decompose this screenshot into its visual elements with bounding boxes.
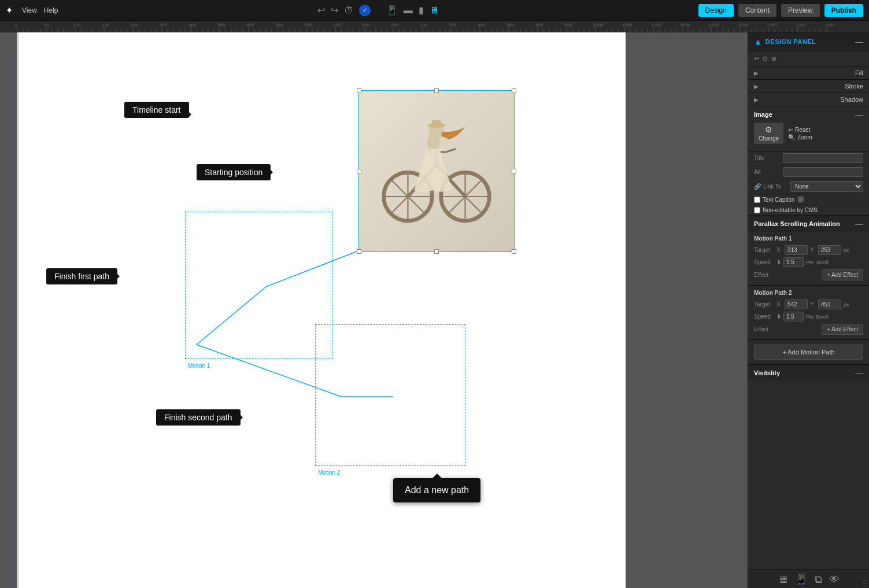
handle-tr[interactable] [512, 88, 516, 93]
mp1-x-input[interactable] [785, 245, 808, 255]
guide-left [18, 32, 19, 588]
visibility-collapse-button[interactable]: — [855, 368, 863, 378]
resize-handle-icon: ⣿ [863, 579, 867, 586]
preview-mode-button[interactable]: Preview [781, 4, 820, 17]
motion-path-2-effect-row: Effect + Add Effect [754, 323, 863, 336]
per-scroll-1-label: Per Scroll [806, 260, 829, 265]
mp2-speed-input[interactable] [783, 312, 804, 321]
motion-box-1[interactable]: Motion 1 [185, 212, 332, 359]
panel-header: ▲ DESIGN PANEL — [748, 32, 869, 51]
motion-box-2[interactable]: Motion 2 [315, 324, 465, 466]
motion-path-2-speed-row: Speed ⬍ Per Scroll [754, 310, 863, 323]
handle-tl[interactable] [357, 88, 361, 93]
content-mode-button[interactable]: Content [738, 4, 776, 17]
device-tablet-h-icon[interactable]: ▬ [404, 5, 413, 16]
eye-icon[interactable]: 👁 [829, 574, 840, 586]
parallax-section: Parallax Scrolling Animation — Motion Pa… [748, 216, 869, 365]
target-1-label: Target [754, 247, 774, 253]
panel-icon-2[interactable]: ⊙ [763, 55, 768, 62]
handle-br[interactable] [512, 249, 516, 254]
mp2-y-input[interactable] [818, 299, 841, 309]
change-image-button[interactable]: ⚙ Change [754, 123, 783, 144]
finish-second-bubble: Finish second path [156, 409, 241, 426]
zoom-action[interactable]: 🔍 Zoom [788, 134, 812, 140]
y-1-label: Y [810, 247, 816, 253]
stroke-label: Stroke [845, 83, 863, 90]
link-icon: 🔗 [754, 183, 761, 190]
handle-tm[interactable] [434, 88, 439, 93]
annotation-timeline-start: Timeline start [124, 102, 189, 118]
zoom-icon: 🔍 [788, 134, 795, 140]
panel-logo-icon: ▲ [754, 37, 762, 46]
menu-view[interactable]: View [22, 6, 37, 14]
y-2-label: Y [810, 301, 816, 308]
image-section: Image — ⚙ Change ↩ Reset 🔍 Zoom [748, 106, 869, 151]
motion-path-1-section: Motion Path 1 Target X Y px Speed ⬍ Per … [748, 232, 869, 286]
parallax-collapse-button[interactable]: — [855, 219, 863, 228]
link-to-select[interactable]: None [790, 181, 863, 192]
design-mode-button[interactable]: Design [698, 4, 734, 17]
canvas-image[interactable] [358, 90, 515, 252]
mp1-y-input[interactable] [818, 245, 841, 255]
reset-action[interactable]: ↩ Reset [788, 127, 812, 133]
reset-icon: ↩ [788, 127, 793, 133]
handle-bl[interactable] [357, 249, 361, 254]
starting-position-bubble: Starting position [197, 164, 271, 180]
motion-path-1-speed-row: Speed ⬍ Per Scroll [754, 256, 863, 268]
handle-ml[interactable] [357, 169, 361, 173]
motion-path-1-target-row: Target X Y px [754, 244, 863, 256]
non-editable-checkbox[interactable] [754, 207, 760, 213]
tooltip-arrow [432, 474, 442, 478]
speed-2-label: Speed [754, 313, 774, 320]
title-row: Title [748, 151, 869, 165]
handle-bm[interactable] [434, 249, 439, 254]
history-icon[interactable]: ⏱ [344, 5, 353, 16]
text-caption-row: Text Caption ? [748, 194, 869, 205]
text-caption-checkbox[interactable] [754, 197, 760, 203]
add-motion-path-button[interactable]: + Add Motion Path [754, 345, 863, 360]
add-effect-2-button[interactable]: + Add Effect [822, 324, 863, 335]
per-scroll-2-label: Per Scroll [806, 314, 829, 320]
topbar: ✦ View Help ↩ ↪ ⏱ ✓ 📱 ▬ ▮ 🖥 Design Conte… [0, 0, 869, 21]
non-editable-row: Non-editable by CMS [748, 205, 869, 216]
device-desktop-icon[interactable]: 🖥 [430, 5, 439, 16]
image-controls: ⚙ Change ↩ Reset 🔍 Zoom [754, 123, 863, 144]
effect-1-label: Effect [754, 272, 768, 278]
alt-row: Alt [748, 165, 869, 179]
stroke-section[interactable]: ▶ Stroke [748, 80, 869, 93]
effect-2-label: Effect [754, 326, 768, 332]
alt-input[interactable] [783, 167, 863, 177]
title-label: Title [754, 155, 783, 161]
menu-help[interactable]: Help [44, 6, 58, 14]
speed-1-label: Speed [754, 259, 774, 265]
desktop-view-icon[interactable]: 🖥 [778, 574, 788, 586]
panel-icon-3[interactable]: ⊕ [771, 55, 776, 62]
layer-icon[interactable]: ⧉ [815, 574, 822, 586]
motion-path-1-effect-row: Effect + Add Effect [754, 268, 863, 282]
motion1-label: Motion 1 [188, 363, 210, 369]
image-collapse-button[interactable]: — [855, 110, 863, 119]
panel-top-icons: ↩ ⊙ ⊕ [748, 51, 869, 66]
panel-title: DESIGN PANEL [766, 38, 816, 45]
annotation-finish-first: Finish first path [46, 268, 117, 284]
mobile-view-icon[interactable]: 📱 [795, 573, 808, 586]
x-2-label: X [776, 301, 782, 308]
panel-icon-1[interactable]: ↩ [754, 55, 759, 62]
fill-section[interactable]: ▶ Fill [748, 66, 869, 80]
canvas-area[interactable]: Motion 1 Motion 2 [0, 32, 748, 588]
mp2-x-input[interactable] [785, 299, 808, 309]
shadow-section[interactable]: ▶ Shadow [748, 93, 869, 106]
redo-icon[interactable]: ↪ [331, 5, 338, 16]
device-mobile-icon[interactable]: 📱 [386, 5, 398, 16]
mp1-speed-input[interactable] [783, 257, 804, 267]
handle-mr[interactable] [512, 169, 516, 173]
panel-close-button[interactable]: — [855, 37, 863, 46]
gear-icon: ⚙ [765, 125, 772, 134]
help-icon: ? [797, 196, 804, 203]
device-tablet-v-icon[interactable]: ▮ [419, 5, 424, 16]
px-1-label: px [844, 247, 849, 253]
title-input[interactable] [783, 153, 863, 163]
add-effect-1-button[interactable]: + Add Effect [822, 269, 863, 280]
undo-icon[interactable]: ↩ [317, 5, 325, 16]
publish-button[interactable]: Publish [824, 4, 863, 17]
